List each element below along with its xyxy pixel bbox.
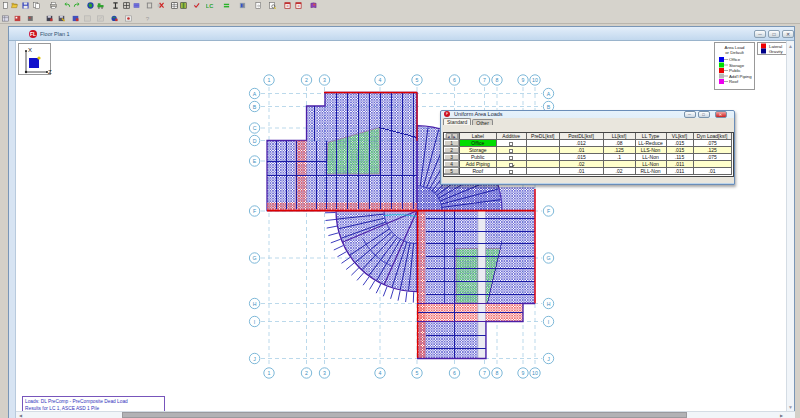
svg-text:F: F [547,208,550,214]
svg-text:3: 3 [323,370,326,376]
svg-text:9: 9 [522,370,525,376]
svg-text:Roof: Roof [729,79,739,84]
svg-text:E: E [253,158,257,164]
svg-text:J: J [547,356,550,362]
svg-text:D: D [253,138,257,144]
svg-text:A: A [547,91,551,97]
svg-text:10: 10 [532,77,538,83]
svg-text:J: J [253,356,256,362]
svg-text:Z: Z [48,69,52,75]
svg-text:Storage: Storage [729,63,745,68]
svg-text:?: ? [146,15,150,22]
svg-text:1: 1 [268,77,271,83]
svg-text:9: 9 [522,77,525,83]
svg-text:4: 4 [379,77,382,83]
svg-text:8: 8 [496,77,499,83]
svg-text:7: 7 [483,77,486,83]
svg-text:8: 8 [496,370,499,376]
svg-text:Office: Office [729,57,741,62]
svg-text:B: B [253,104,257,110]
svg-text:5: 5 [416,370,419,376]
svg-text:10: 10 [532,370,538,376]
svg-text:Gravity: Gravity [769,49,783,54]
svg-text:Add'l Piping: Add'l Piping [729,74,752,79]
svg-text:A: A [253,91,257,97]
svg-text:B: B [547,104,551,110]
svg-text:4: 4 [379,370,382,376]
svg-text:6: 6 [453,370,456,376]
svg-text:G: G [546,255,550,261]
svg-text:X: X [28,47,32,53]
svg-text:LC: LC [206,2,213,8]
svg-text:7: 7 [483,370,486,376]
svg-text:Public: Public [729,68,742,73]
svg-text:2: 2 [305,370,308,376]
svg-text:I: I [548,319,549,325]
svg-text:6: 6 [453,77,456,83]
svg-text:C: C [253,125,257,131]
svg-text:2: 2 [305,77,308,83]
svg-text:I: I [254,319,255,325]
svg-text:H: H [547,301,551,307]
svg-text:H: H [253,301,257,307]
svg-text:1: 1 [268,370,271,376]
svg-text:5: 5 [416,77,419,83]
svg-text:3: 3 [323,77,326,83]
svg-text:G: G [253,255,257,261]
svg-text:F: F [253,208,256,214]
